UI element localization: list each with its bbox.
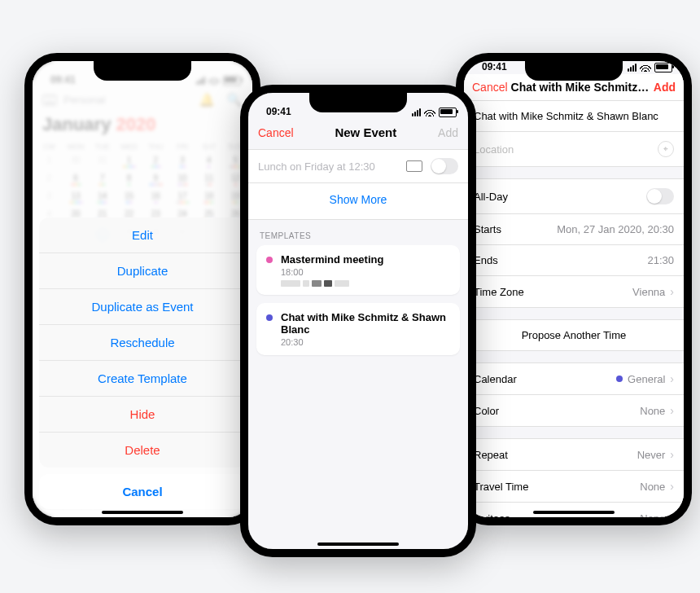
color-row[interactable]: Color None› (464, 394, 684, 426)
home-indicator (102, 511, 183, 514)
chevron-right-icon: › (670, 480, 674, 493)
template-color-dot (266, 314, 273, 321)
status-time: 09:41 (260, 106, 291, 117)
template-title: Mastermind meeting (281, 253, 383, 266)
context-action-sheet: EditDuplicateDuplicate as EventReschedul… (39, 217, 246, 468)
template-time: 20:30 (281, 337, 450, 347)
notch (94, 61, 191, 81)
event-title-field[interactable]: Chat with Mike Schmitz & Shawn Blanc (464, 101, 684, 131)
calendar-row[interactable]: Calendar General› (464, 363, 684, 394)
propose-time-button[interactable]: Propose Another Time (464, 320, 684, 350)
cancel-button[interactable]: Cancel (258, 126, 294, 139)
wifi-icon (640, 64, 651, 72)
battery-icon (439, 108, 457, 117)
action-hide[interactable]: Hide (39, 396, 246, 432)
ends-row[interactable]: Ends 21:30 (464, 244, 684, 275)
template-title: Chat with Mike Schmitz & Shawn Blanc (281, 311, 450, 336)
screen-title: New Event (335, 125, 396, 139)
quick-entry-field[interactable]: Lunch on Friday at 12:30 (258, 160, 398, 173)
wifi-icon (424, 108, 435, 116)
date-keyboard-icon[interactable] (406, 160, 422, 172)
repeat-row[interactable]: Repeat Never› (464, 439, 684, 470)
template-card[interactable]: Chat with Mike Schmitz & Shawn Blanc20:3… (256, 303, 460, 355)
nlp-toggle[interactable] (431, 158, 458, 174)
cellular-icon (412, 108, 421, 116)
map-pin-icon: ⌖ (658, 141, 674, 157)
phone-new-event: 09:41 Cancel New Event Add Lunch on Frid… (240, 85, 476, 557)
all-day-row[interactable]: All-Day (464, 179, 684, 213)
action-create-template[interactable]: Create Template (39, 360, 246, 396)
timezone-row[interactable]: Time Zone Vienna› (464, 275, 684, 307)
show-more-button[interactable]: Show More (248, 183, 468, 220)
action-sheet-cancel[interactable]: Cancel (39, 474, 246, 509)
notch (309, 93, 407, 112)
chevron-right-icon: › (670, 285, 674, 298)
cellular-icon (628, 64, 637, 72)
notch (525, 61, 623, 81)
chevron-right-icon: › (670, 372, 674, 385)
battery-icon (654, 63, 672, 72)
status-time: 09:41 (475, 61, 507, 72)
chevron-right-icon: › (670, 448, 674, 461)
phone-event-detail: 09:41 Cancel Chat with Mike Schmitz & S.… (456, 53, 692, 525)
starts-row[interactable]: Starts Mon, 27 Jan 2020, 20:30 (464, 213, 684, 244)
template-timeline (281, 280, 383, 287)
template-time: 18:00 (281, 267, 383, 277)
action-duplicate-as-event[interactable]: Duplicate as Event (39, 288, 246, 324)
home-indicator (317, 542, 399, 546)
location-field[interactable]: Location ⌖ (464, 131, 684, 166)
all-day-toggle[interactable] (646, 188, 674, 204)
templates-section-label: TEMPLATES (248, 220, 468, 245)
action-duplicate[interactable]: Duplicate (39, 253, 246, 288)
chevron-right-icon: › (670, 404, 674, 417)
add-button[interactable]: Add (438, 126, 458, 139)
action-reschedule[interactable]: Reschedule (39, 324, 246, 360)
action-edit[interactable]: Edit (39, 217, 246, 253)
home-indicator (533, 511, 615, 514)
screen-title: Chat with Mike Schmitz & S... (508, 81, 654, 94)
template-color-dot (266, 257, 273, 263)
add-button[interactable]: Add (654, 81, 676, 94)
calendar-color-dot (616, 376, 623, 382)
action-delete[interactable]: Delete (39, 432, 246, 468)
chevron-right-icon: › (670, 512, 674, 525)
template-card[interactable]: Mastermind meeting18:00 (256, 245, 460, 295)
cancel-button[interactable]: Cancel (472, 81, 508, 94)
travel-time-row[interactable]: Travel Time None› (464, 470, 684, 502)
phone-calendar-contextmenu: 09:41 Personal 🔔 🔍 January 2020 CWMONTUE… (24, 53, 260, 525)
